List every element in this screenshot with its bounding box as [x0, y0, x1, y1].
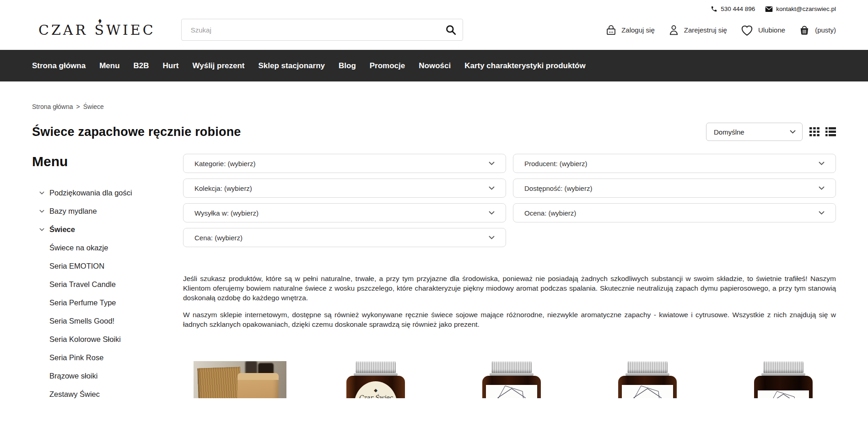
- nav-item[interactable]: B2B: [134, 61, 149, 70]
- nav-item[interactable]: Blog: [339, 61, 356, 70]
- jar-lid: [763, 361, 803, 373]
- jar-body: [482, 376, 541, 398]
- logo-flame-icon: ♦: [97, 18, 105, 24]
- header: CZAR ŚWIEC ♦ Zaloguj się Zarejestruj: [0, 12, 868, 50]
- favorites-link[interactable]: Ulubione: [740, 23, 785, 37]
- nav-item[interactable]: Menu: [99, 61, 119, 70]
- chevron-down-icon: [489, 236, 495, 239]
- product-image: [618, 361, 677, 398]
- sidebar-item-label: Zestawy Świec: [49, 390, 100, 399]
- chevron-down-icon: [489, 162, 495, 165]
- product-card[interactable]: ◆Czar Świec: [329, 361, 422, 398]
- product-image: [482, 361, 541, 398]
- basket-icon: [798, 23, 811, 36]
- product-card[interactable]: [193, 361, 286, 398]
- sidebar-item-label: Seria Kolorowe Słoiki: [49, 335, 121, 344]
- register-label: Zarejestruj się: [684, 26, 727, 34]
- sidebar-title: Menu: [32, 154, 183, 169]
- grid-view-icon[interactable]: [809, 127, 820, 136]
- product-image: [754, 361, 813, 398]
- chevron-down-icon: [819, 211, 825, 215]
- filter-label: Kategorie: (wybierz): [194, 160, 255, 168]
- sidebar-item-label: Seria Pink Rose: [49, 353, 103, 362]
- filter-label: Producent: (wybierz): [524, 160, 588, 168]
- main-navigation: Strona głównaMenuB2BHurtWyślij prezentSk…: [0, 50, 868, 81]
- description-paragraph: W naszym sklepie internetowym, dostępne …: [183, 310, 836, 329]
- sidebar-item-label: Seria Travel Candle: [49, 280, 116, 289]
- login-link[interactable]: Zaloguj się: [605, 24, 655, 36]
- breadcrumb-home[interactable]: Strona główna: [32, 103, 73, 110]
- product-card[interactable]: [601, 361, 694, 398]
- nav-item[interactable]: Wyślij prezent: [192, 61, 244, 70]
- sidebar-item[interactable]: Podziękowania dla gości: [32, 184, 183, 202]
- sidebar-item-label: Seria Smells Good!: [49, 317, 114, 325]
- phone-link[interactable]: 530 444 896: [711, 5, 755, 12]
- email-address: kontakt@czarswiec.pl: [776, 5, 836, 12]
- sidebar-item[interactable]: Seria Pink Rose: [32, 348, 183, 367]
- breadcrumb: Strona główna > Świece: [32, 103, 836, 110]
- sidebar-item[interactable]: Seria Travel Candle: [32, 275, 183, 293]
- sort-select[interactable]: Domyślne: [706, 123, 803, 141]
- sidebar-item[interactable]: Zestawy Świec: [32, 385, 183, 403]
- product-card[interactable]: [737, 361, 830, 398]
- filter-label: Cena: (wybierz): [194, 234, 243, 242]
- nav-item[interactable]: Hurt: [163, 61, 179, 70]
- nav-item[interactable]: Nowości: [419, 61, 451, 70]
- sidebar-item-label: Świece: [49, 225, 75, 234]
- sidebar-item[interactable]: Seria Smells Good!: [32, 312, 183, 330]
- sidebar-item[interactable]: Seria Kolorowe Słoiki: [32, 330, 183, 348]
- filter-label: Dostępność: (wybierz): [524, 184, 592, 192]
- search-button[interactable]: [445, 24, 457, 37]
- product-card[interactable]: [465, 361, 558, 398]
- product-image: ◆Czar Świec: [346, 361, 405, 398]
- main-content: Kategorie: (wybierz)Kolekcja: (wybierz)W…: [183, 154, 836, 403]
- filter-dropdown[interactable]: Kolekcja: (wybierz): [183, 179, 506, 198]
- search: [181, 19, 463, 41]
- sort-value: Domyślne: [714, 128, 744, 136]
- chevron-down-icon: [790, 130, 796, 134]
- filter-dropdown[interactable]: Kategorie: (wybierz): [183, 154, 506, 173]
- sidebar-item-label: Bazy mydlane: [49, 207, 97, 216]
- sidebar-item[interactable]: Świece: [32, 220, 183, 238]
- sidebar-item[interactable]: Bazy mydlane: [32, 202, 183, 220]
- lock-icon: [605, 24, 617, 36]
- sidebar-item-label: Podziękowania dla gości: [49, 189, 132, 197]
- sidebar-item-label: Świece na okazje: [49, 243, 108, 252]
- sidebar-item[interactable]: Seria EMOTION: [32, 257, 183, 275]
- jar-lid: [627, 361, 668, 373]
- search-input[interactable]: [181, 19, 463, 41]
- nav-item[interactable]: Strona główna: [32, 61, 86, 70]
- sidebar-item[interactable]: Seria Perfume Type: [32, 293, 183, 312]
- breadcrumb-current[interactable]: Świece: [83, 103, 104, 110]
- filter-label: Kolekcja: (wybierz): [194, 184, 252, 192]
- nav-item[interactable]: Karty charakterystyki produktów: [464, 61, 586, 70]
- filter-dropdown[interactable]: Producent: (wybierz): [513, 154, 836, 173]
- filter-dropdown[interactable]: Ocena: (wybierz): [513, 203, 836, 222]
- filters: Kategorie: (wybierz)Kolekcja: (wybierz)W…: [183, 154, 836, 247]
- email-link[interactable]: kontakt@czarswiec.pl: [765, 5, 836, 12]
- filter-dropdown[interactable]: Cena: (wybierz): [183, 228, 506, 247]
- sidebar-item[interactable]: Brązowe słoiki: [32, 367, 183, 385]
- jar-body: [754, 376, 813, 398]
- mail-icon: [765, 6, 773, 12]
- filter-label: Ocena: (wybierz): [524, 209, 576, 217]
- login-label: Zaloguj się: [621, 26, 655, 34]
- sidebar-menu: Menu Podziękowania dla gościBazy mydlane…: [32, 154, 183, 403]
- sidebar-item[interactable]: Świece na okazje: [32, 238, 183, 257]
- favorites-label: Ulubione: [758, 26, 785, 34]
- nav-item[interactable]: Sklep stacjonarny: [258, 61, 325, 70]
- jar-label: [622, 385, 673, 398]
- chevron-down-icon: [489, 211, 495, 215]
- jar-lid: [491, 361, 532, 373]
- list-view-icon[interactable]: [825, 127, 836, 136]
- filter-dropdown[interactable]: Wysyłka w: (wybierz): [183, 203, 506, 222]
- nav-item[interactable]: Promocje: [370, 61, 405, 70]
- logo[interactable]: CZAR ŚWIEC ♦: [38, 22, 156, 38]
- filter-dropdown[interactable]: Dostępność: (wybierz): [513, 179, 836, 198]
- chevron-down-icon: [39, 191, 49, 195]
- jar-body: ◆Czar Świec: [346, 376, 405, 398]
- cart-link[interactable]: (pusty): [798, 23, 836, 36]
- sidebar-item-label: Seria EMOTION: [49, 262, 104, 271]
- register-link[interactable]: Zarejestruj się: [668, 24, 727, 36]
- topbar: 530 444 896 kontakt@czarswiec.pl: [0, 0, 868, 12]
